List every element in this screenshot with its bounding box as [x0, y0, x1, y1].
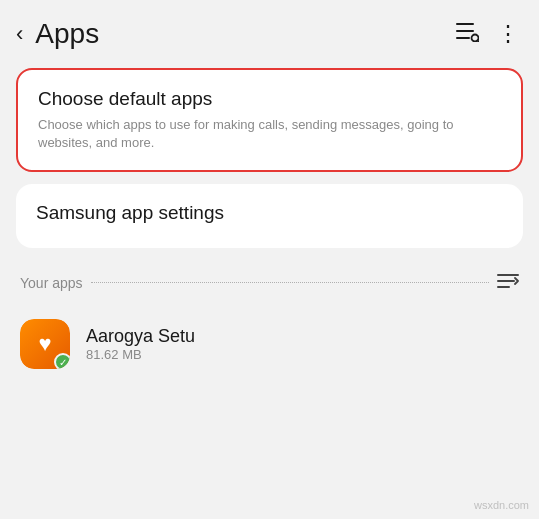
svg-line-4 [478, 41, 480, 43]
header-left: ‹ Apps [16, 18, 99, 50]
samsung-app-settings-card[interactable]: Samsung app settings [16, 184, 523, 248]
aarogya-icon-bg: ♥ ✓ [20, 319, 70, 369]
app-info: Aarogya Setu 81.62 MB [86, 326, 195, 362]
choose-default-apps-card[interactable]: Choose default apps Choose which apps to… [16, 68, 523, 172]
app-header: ‹ Apps ⋮ [0, 0, 539, 60]
app-name: Aarogya Setu [86, 326, 195, 347]
watermark: wsxdn.com [474, 499, 529, 511]
app-item[interactable]: ♥ ✓ Aarogya Setu 81.62 MB [16, 309, 523, 379]
back-button[interactable]: ‹ [16, 21, 23, 47]
app-list: ♥ ✓ Aarogya Setu 81.62 MB [16, 309, 523, 379]
sort-icon[interactable] [497, 270, 519, 295]
app-icon-aarogya: ♥ ✓ [20, 319, 70, 369]
choose-default-subtitle: Choose which apps to use for making call… [38, 116, 501, 152]
app-size: 81.62 MB [86, 347, 195, 362]
your-apps-section-header: Your apps [16, 260, 523, 301]
page-title: Apps [35, 18, 99, 50]
more-options-icon[interactable]: ⋮ [497, 21, 519, 47]
samsung-settings-title: Samsung app settings [36, 202, 503, 224]
checkmark-badge: ✓ [54, 353, 70, 369]
main-content: Choose default apps Choose which apps to… [0, 60, 539, 387]
filter-search-icon[interactable] [455, 20, 479, 48]
section-divider [91, 282, 489, 283]
header-right: ⋮ [455, 20, 519, 48]
choose-default-title: Choose default apps [38, 88, 501, 110]
heart-icon: ♥ [38, 331, 51, 357]
your-apps-label: Your apps [20, 275, 83, 291]
